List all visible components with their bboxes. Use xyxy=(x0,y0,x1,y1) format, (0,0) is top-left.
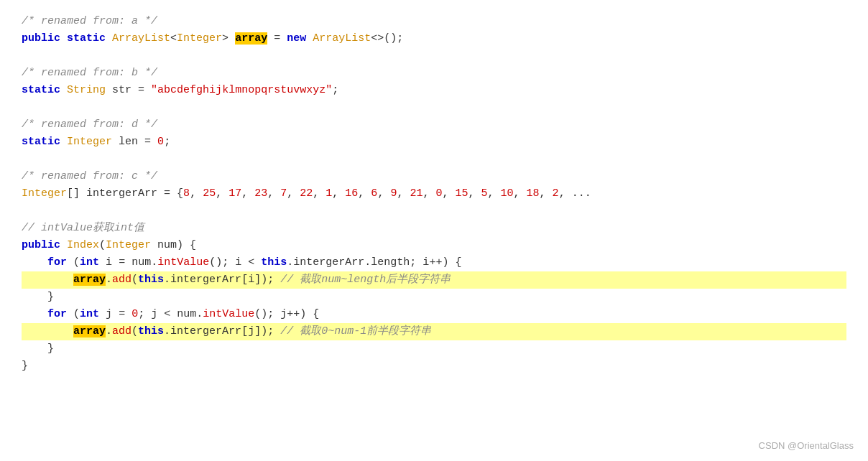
code-line: // intValue获取int值 xyxy=(22,220,846,237)
code-line-highlighted: array.add(this.intergerArr[i]); // 截取num… xyxy=(22,271,846,289)
code-line: } xyxy=(22,289,846,306)
code-line: Integer[] intergerArr = {8, 25, 17, 23, … xyxy=(22,185,846,202)
code-line: for (int j = 0; j < num.intValue(); j++)… xyxy=(22,306,846,323)
code-line xyxy=(22,47,846,65)
code-line: /* renamed from: c */ xyxy=(22,168,846,185)
code-line xyxy=(22,151,846,168)
code-line: /* renamed from: b */ xyxy=(22,65,846,82)
code-line: static String str = "abcdefghijklmnopqrs… xyxy=(22,82,846,99)
code-line: } xyxy=(22,358,846,375)
code-line xyxy=(22,99,846,116)
code-line: static Integer len = 0; xyxy=(22,134,846,151)
code-line: for (int i = num.intValue(); i < this.in… xyxy=(22,254,846,271)
code-line: public static ArrayList<Integer> array =… xyxy=(22,30,846,47)
code-line: /* renamed from: a */ xyxy=(22,13,846,30)
watermark: CSDN @OrientalGlass xyxy=(759,439,854,454)
code-line-highlighted2: array.add(this.intergerArr[j]); // 截取0~n… xyxy=(22,323,846,340)
code-line: } xyxy=(22,340,846,358)
code-line xyxy=(22,202,846,220)
code-line: public Index(Integer num) { xyxy=(22,237,846,254)
code-block: /* renamed from: a */ public static Arra… xyxy=(0,0,868,388)
code-line: /* renamed from: d */ xyxy=(22,116,846,134)
